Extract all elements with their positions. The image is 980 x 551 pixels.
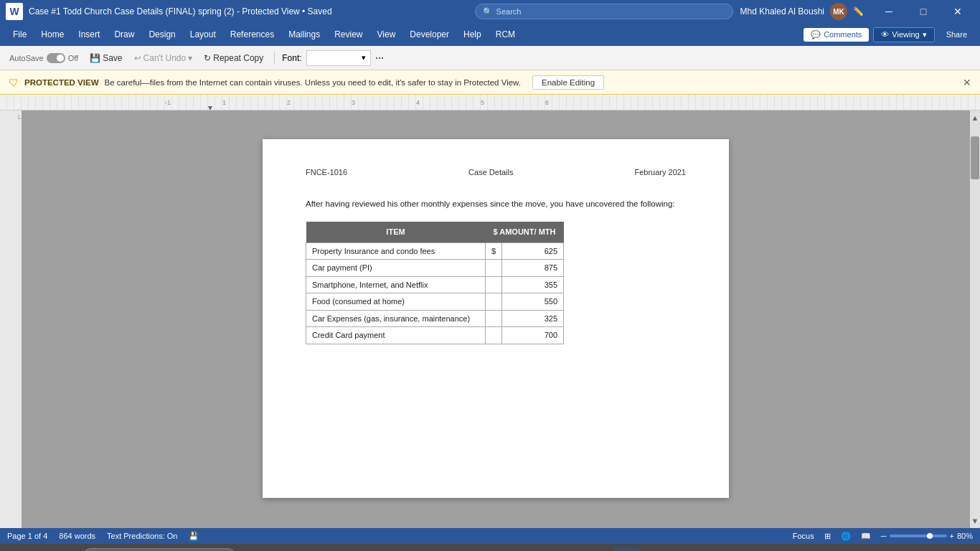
toolbar: AutoSave Off 💾 Save ↩ Can't Undo ▾ ↻ Rep… <box>0 46 980 70</box>
zoom-slider[interactable] <box>890 534 947 537</box>
header-center: Case Details <box>468 168 513 176</box>
scroll-down-button[interactable]: ▼ <box>971 517 979 525</box>
autosave-state: Off <box>68 54 78 62</box>
table-cell-item: Smartphone, Internet, and Netflix <box>306 276 486 293</box>
header-right: February 2021 <box>634 168 686 176</box>
save-label: Save <box>103 53 122 63</box>
menu-developer[interactable]: Developer <box>402 27 456 42</box>
menu-draw[interactable]: Draw <box>107 27 141 42</box>
notification-area[interactable]: 🔔 <box>960 547 974 551</box>
maximize-button[interactable]: □ <box>907 0 940 23</box>
taskbar: 21°C Smoke 🔍 Search 🌤 💬 📁 ✏️ 🛍 <box>0 544 980 551</box>
widgets-button[interactable]: 🌤 <box>270 547 296 551</box>
taskbar-search[interactable]: 🔍 Search <box>80 548 238 551</box>
zoom-control[interactable]: ─ + 80% <box>881 532 973 540</box>
zoom-button[interactable]: 📹 <box>471 547 496 551</box>
window-controls: ─ □ ✕ <box>872 0 974 23</box>
toggle-circle <box>57 55 64 62</box>
zoom-slider-thumb <box>927 533 933 539</box>
pen-icon[interactable]: ✏️ <box>853 6 864 17</box>
gamebar-button[interactable]: 🎮 <box>442 547 468 551</box>
document-title: Case #1 Todd Church Case Details (FINAL)… <box>29 6 468 17</box>
table-row: Smartphone, Internet, and Netflix355 <box>306 276 564 293</box>
menu-design[interactable]: Design <box>141 27 182 42</box>
print-layout-icon[interactable]: ⊞ <box>824 532 831 541</box>
titlebar: W Case #1 Todd Church Case Details (FINA… <box>0 0 980 23</box>
file-explorer-button[interactable]: 📁 <box>327 547 353 551</box>
web-layout-icon[interactable]: 🌐 <box>841 532 851 541</box>
start-button[interactable] <box>52 547 77 551</box>
close-protected-bar-button[interactable]: ✕ <box>963 77 971 88</box>
read-mode-icon[interactable]: 📖 <box>861 532 871 541</box>
teams-button[interactable]: 👥 <box>585 547 611 551</box>
menu-review[interactable]: Review <box>327 27 369 42</box>
minimize-button[interactable]: ─ <box>872 0 905 23</box>
autosave-toggle[interactable]: AutoSave Off <box>6 52 82 65</box>
separator <box>274 52 275 65</box>
table-cell-item: Property Insurance and condo fees <box>306 242 486 260</box>
focus-button[interactable]: Focus <box>793 532 814 540</box>
zoom-out-button[interactable]: ─ <box>881 532 887 540</box>
page-body: After having reviewed his other monthly … <box>306 198 686 344</box>
chat-button[interactable]: 💬 <box>298 547 324 551</box>
menu-home[interactable]: Home <box>34 27 71 42</box>
ruler: -1 1 2 3 4 5 6 <box>0 95 980 110</box>
menu-view[interactable]: View <box>370 27 403 42</box>
save-icon: 💾 <box>90 53 100 63</box>
snip-button[interactable]: ✂️ <box>499 547 525 551</box>
warning-text: Be careful—files from the Internet can c… <box>105 78 521 87</box>
edge-button[interactable]: 🌐 <box>528 547 554 551</box>
menu-layout[interactable]: Layout <box>183 27 223 42</box>
autosave-switch[interactable] <box>47 53 65 63</box>
repeat-button[interactable]: ↻ Repeat Copy <box>200 52 267 65</box>
statusbar: Page 1 of 4 864 words Text Predictions: … <box>0 528 980 544</box>
right-status: Focus ⊞ 🌐 📖 ─ + 80% <box>793 532 973 541</box>
font-chevron-icon: ▾ <box>362 53 366 62</box>
font-options-icon[interactable]: ⋯ <box>375 53 384 63</box>
undo-button: ↩ Can't Undo ▾ <box>131 52 197 65</box>
word-taskbar-button[interactable]: W <box>614 547 640 551</box>
store-button[interactable]: 🛍 <box>385 547 410 551</box>
share-button[interactable]: Share <box>939 28 974 41</box>
viewing-button[interactable]: 👁 Viewing ▾ <box>873 27 934 42</box>
excel-button[interactable]: X <box>643 547 669 551</box>
table-cell-dollar: $ <box>486 242 502 260</box>
ruler-marks: -1 1 2 3 4 5 6 <box>0 95 980 110</box>
menu-mailings[interactable]: Mailings <box>281 27 327 42</box>
sketchbook-button[interactable]: ✏️ <box>356 547 382 551</box>
table-cell-amount: 625 <box>502 242 564 260</box>
menu-help[interactable]: Help <box>456 27 489 42</box>
menu-file[interactable]: File <box>6 27 34 42</box>
task-view-button[interactable] <box>241 547 267 551</box>
word-count: 864 words <box>59 532 95 540</box>
table-row: Car Expenses (gas, insurance, maintenanc… <box>306 310 564 327</box>
menu-references[interactable]: References <box>223 27 281 42</box>
table-cell-amount: 700 <box>502 327 564 344</box>
menu-rcm[interactable]: RCM <box>489 27 522 42</box>
iobit-button[interactable]: ⚙️ <box>700 547 726 551</box>
table-cell-amount: 550 <box>502 293 564 311</box>
zoom-in-button[interactable]: + <box>950 532 954 540</box>
close-button[interactable]: ✕ <box>941 0 974 23</box>
search-box[interactable]: 🔍 Search <box>475 4 733 19</box>
vertical-scrollbar[interactable]: ▲ ▼ <box>970 110 980 528</box>
comments-button[interactable]: 💬 Comments <box>804 28 869 42</box>
menubar: File Home Insert Draw Design Layout Refe… <box>0 23 980 46</box>
scroll-up-button[interactable]: ▲ <box>971 113 979 122</box>
undo-chevron-icon[interactable]: ▾ <box>188 53 192 63</box>
page-count: Page 1 of 4 <box>7 532 47 540</box>
table-cell-dollar <box>486 260 502 277</box>
save-status-icon: 💾 <box>189 532 199 541</box>
save-button[interactable]: 💾 Save <box>86 52 126 65</box>
dropbox-button[interactable] <box>413 547 439 551</box>
menu-insert[interactable]: Insert <box>71 27 107 42</box>
swift-button[interactable]: 🔷 <box>672 547 697 551</box>
powerpoint-button[interactable]: 📊 <box>557 547 583 551</box>
protected-view-bar: 🛡 PROTECTED VIEW Be careful—files from t… <box>0 70 980 95</box>
scrollbar-thumb[interactable] <box>971 136 979 179</box>
enable-editing-button[interactable]: Enable Editing <box>532 75 604 90</box>
font-dropdown[interactable]: ▾ <box>306 50 371 66</box>
svg-text:4: 4 <box>416 99 420 106</box>
system-tray: ^ 📶 🔊 🔋 ENG US 11:31 AM 6/16/23 🔔 <box>859 547 975 551</box>
table-row: Credit Card payment700 <box>306 327 564 344</box>
